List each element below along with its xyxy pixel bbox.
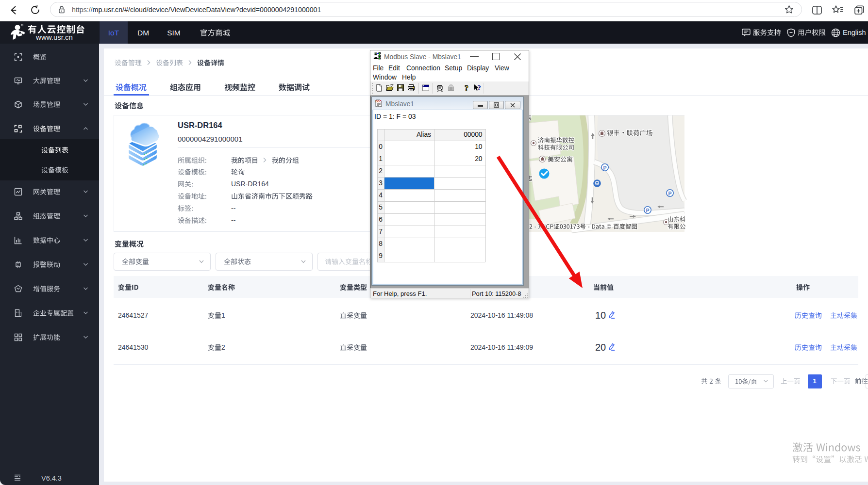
svg-text:?: ? — [465, 84, 468, 92]
svg-text:P: P — [603, 165, 606, 171]
svg-text:?: ? — [477, 84, 481, 92]
svg-text:DOC: DOC — [375, 100, 381, 103]
svg-text:P: P — [646, 208, 649, 213]
svg-text:P: P — [668, 191, 671, 196]
